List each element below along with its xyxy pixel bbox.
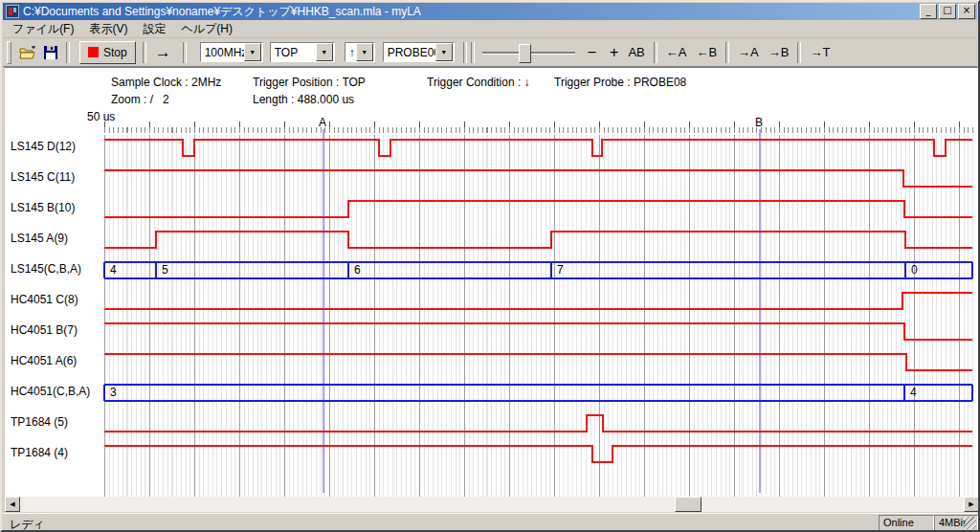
- trace-6: [104, 293, 972, 309]
- app-icon: [6, 5, 19, 18]
- bus-value: 4: [110, 263, 117, 277]
- toolbar-grip: [7, 41, 11, 64]
- sample-clock-combo[interactable]: 100MHz ▼: [200, 42, 263, 62]
- dropdown-arrow-icon[interactable]: ▼: [244, 43, 261, 61]
- waveform-traces: 4567034: [5, 68, 977, 498]
- run-button[interactable]: →: [150, 41, 176, 64]
- toolbar-separator: [725, 42, 729, 63]
- zoom-out-button[interactable]: −: [583, 41, 601, 64]
- toolbar-separator: [654, 42, 657, 63]
- stop-label: Stop: [103, 46, 127, 59]
- toolbar-separator: [797, 42, 801, 63]
- trigger-position-value: TOP: [271, 46, 316, 59]
- toolbar-separator: [66, 42, 70, 63]
- toolbar-separator: [143, 42, 146, 63]
- trace-1: [104, 140, 972, 156]
- trigger-edge-value: ↑: [345, 46, 356, 59]
- stop-square-icon: [88, 47, 99, 57]
- scroll-left-button[interactable]: ◀: [5, 497, 20, 512]
- bus-value: 0: [911, 263, 918, 277]
- scroll-right-button[interactable]: ▶: [964, 497, 979, 512]
- trace-3: [104, 201, 972, 217]
- dropdown-arrow-icon[interactable]: ▼: [356, 43, 373, 61]
- floppy-disk-icon: [44, 46, 57, 59]
- scrollbar-thumb[interactable]: [675, 497, 702, 512]
- menu-item-2[interactable]: 表示(V): [81, 19, 135, 39]
- move-b-left-button[interactable]: ←B: [691, 41, 722, 64]
- close-button[interactable]: ×: [958, 4, 975, 19]
- minimize-button[interactable]: _: [920, 4, 937, 19]
- move-b-right-button[interactable]: →B: [764, 41, 794, 64]
- status-message: レディ: [10, 517, 45, 532]
- goto-trigger-button[interactable]: →T: [805, 41, 835, 64]
- status-online: Online: [879, 515, 934, 532]
- sample-clock-value: 100MHz: [201, 46, 244, 59]
- trigger-edge-combo[interactable]: ↑ ▼: [345, 42, 375, 62]
- toolbar-separator: [471, 42, 475, 63]
- bus-value: 7: [557, 263, 564, 277]
- menubar: ファイル(F)表示(V)設定ヘルプ(H): [3, 20, 977, 38]
- probe-value: PROBE00: [384, 46, 435, 59]
- toolbar: Stop → 100MHz ▼ TOP ▼ ↑ ▼ PROBE00 ▼ − + …: [3, 38, 977, 67]
- bus-9: [104, 385, 972, 401]
- slider-thumb[interactable]: [519, 44, 531, 63]
- window-title: C:¥Documents and Settings¥noname¥デスクトップ¥…: [23, 4, 920, 20]
- zoom-in-button[interactable]: +: [605, 41, 623, 64]
- toolbar-separator: [463, 42, 467, 63]
- dropdown-arrow-icon[interactable]: ▼: [316, 43, 333, 61]
- open-file-button[interactable]: [19, 41, 36, 64]
- titlebar: C:¥Documents and Settings¥noname¥デスクトップ¥…: [3, 3, 977, 20]
- trace-8: [104, 354, 972, 370]
- trace-7: [104, 323, 972, 340]
- bus-value: 4: [910, 386, 917, 399]
- menu-item-4[interactable]: ヘルプ(H): [173, 19, 240, 39]
- move-a-left-button[interactable]: ←A: [661, 41, 692, 64]
- trace-2: [104, 170, 972, 187]
- ab-range-button[interactable]: AB: [623, 41, 649, 64]
- save-button[interactable]: [44, 41, 57, 64]
- trigger-position-combo[interactable]: TOP ▼: [270, 42, 335, 62]
- horizontal-scrollbar[interactable]: ◀ ▶: [5, 497, 979, 512]
- move-a-right-button[interactable]: →A: [733, 41, 764, 64]
- probe-combo[interactable]: PROBE00 ▼: [383, 42, 455, 62]
- waveform-panel[interactable]: Sample Clock : 2MHz Trigger Position : T…: [5, 67, 979, 497]
- bus-5: [104, 262, 972, 278]
- stop-button[interactable]: Stop: [79, 41, 136, 64]
- trace-10: [104, 415, 972, 432]
- maximize-button[interactable]: □: [939, 4, 956, 19]
- statusbar: レディ Online 4MBit: [3, 513, 977, 532]
- open-folder-icon: [19, 46, 36, 59]
- resize-grip[interactable]: [964, 517, 976, 529]
- trace-11: [104, 446, 972, 462]
- bus-value: 5: [162, 263, 168, 277]
- trace-4: [104, 232, 972, 248]
- dropdown-arrow-icon[interactable]: ▼: [435, 43, 453, 61]
- bus-value: 3: [110, 386, 117, 399]
- toolbar-separator: [183, 42, 187, 63]
- bus-value: 6: [354, 263, 361, 277]
- menu-item-3[interactable]: 設定: [135, 19, 173, 39]
- zoom-slider[interactable]: [482, 42, 575, 63]
- menu-item-1[interactable]: ファイル(F): [5, 19, 81, 39]
